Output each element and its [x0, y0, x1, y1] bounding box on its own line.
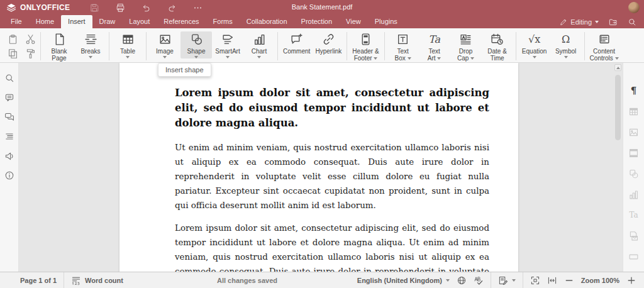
- editing-mode-selector[interactable]: Editing: [560, 18, 599, 26]
- paste-icon[interactable]: [8, 34, 18, 45]
- format-painter-icon[interactable]: [25, 48, 36, 59]
- tab-draw[interactable]: Draw: [92, 15, 123, 28]
- tab-forms[interactable]: Forms: [206, 15, 240, 28]
- chevron-down-icon: [257, 56, 261, 58]
- image-settings-icon[interactable]: [628, 127, 639, 138]
- tab-collaboration[interactable]: Collaboration: [240, 15, 294, 28]
- chart-settings-icon[interactable]: [628, 189, 639, 200]
- onlyoffice-logo-icon: [6, 3, 16, 13]
- document-language-icon[interactable]: [457, 275, 467, 285]
- fit-width-icon[interactable]: [547, 275, 557, 285]
- breaks-button[interactable]: Breaks: [75, 31, 106, 58]
- chevron-down-icon: [533, 56, 536, 58]
- text-art-settings-icon[interactable]: Ta: [629, 210, 638, 221]
- spell-check-icon[interactable]: [474, 275, 484, 285]
- feedback-icon[interactable]: [4, 151, 14, 161]
- tab-references[interactable]: References: [157, 15, 206, 28]
- blank-page-icon: [53, 33, 66, 46]
- comments-icon[interactable]: [4, 92, 14, 102]
- chat-icon[interactable]: [4, 112, 14, 122]
- drop-cap-icon: [459, 33, 472, 46]
- blank-page-button[interactable]: BlankPage: [43, 31, 75, 62]
- zoom-level[interactable]: Zoom 100%: [581, 277, 619, 284]
- tab-home[interactable]: Home: [29, 15, 61, 28]
- chart-icon: [253, 33, 266, 46]
- fit-page-icon[interactable]: [530, 275, 540, 285]
- content-controls-icon: [597, 33, 611, 46]
- paragraph-settings-icon[interactable]: ¶: [631, 86, 637, 96]
- tab-layout[interactable]: Layout: [122, 15, 157, 28]
- search-icon[interactable]: [4, 73, 14, 83]
- tab-view[interactable]: View: [339, 15, 368, 28]
- chart-button[interactable]: Chart: [243, 31, 275, 58]
- save-icon[interactable]: [90, 3, 99, 13]
- cut-icon[interactable]: [25, 34, 36, 45]
- track-changes-display-button[interactable]: [498, 275, 516, 285]
- shape-settings-icon[interactable]: [628, 169, 639, 179]
- text-art-button[interactable]: Ta TextArt: [419, 31, 450, 62]
- text-box-button[interactable]: TextBox: [387, 31, 419, 62]
- shape-button[interactable]: Shape: [180, 31, 212, 58]
- shape-icon: [190, 33, 203, 46]
- tab-insert[interactable]: Insert: [61, 15, 92, 28]
- content-controls-button[interactable]: ContentControls: [587, 31, 621, 62]
- scrollbar-thumb[interactable]: [615, 75, 621, 140]
- header-footer-button[interactable]: Header &Footer: [350, 31, 381, 62]
- symbol-button[interactable]: Ω Symbol: [550, 31, 582, 58]
- right-sidebar: ¶ Ta: [623, 63, 644, 272]
- page-indicator[interactable]: Page 1 of 1: [20, 277, 57, 284]
- date-time-button[interactable]: Date &Time: [482, 31, 513, 62]
- about-icon[interactable]: [4, 170, 14, 180]
- vertical-scrollbar[interactable]: [614, 64, 621, 272]
- tab-plugins[interactable]: Plugins: [368, 15, 404, 28]
- document-paragraph[interactable]: Lorem ipsum dolor sit amet, consectetur …: [175, 221, 489, 272]
- navigation-headings-icon[interactable]: [4, 131, 14, 141]
- open-file-location-icon[interactable]: [609, 18, 618, 26]
- header-footer-icon: [359, 33, 372, 46]
- undo-icon[interactable]: [142, 3, 151, 13]
- mail-merge-icon[interactable]: [628, 231, 639, 241]
- pencil-icon: [560, 18, 567, 26]
- form-settings-icon[interactable]: [628, 252, 639, 262]
- search-icon[interactable]: [628, 18, 636, 26]
- tab-file[interactable]: File: [4, 15, 29, 28]
- chevron-down-icon: [595, 21, 599, 23]
- save-status: All changes saved: [217, 277, 277, 284]
- zoom-in-icon[interactable]: [626, 275, 636, 285]
- breaks-icon: [84, 33, 97, 46]
- image-icon: [158, 33, 172, 46]
- tab-protection[interactable]: Protection: [294, 15, 340, 28]
- equation-button[interactable]: √x Equation: [519, 31, 550, 58]
- more-actions-icon[interactable]: [193, 3, 203, 13]
- smartart-button[interactable]: SmartArt: [212, 31, 243, 58]
- header-footer-settings-icon[interactable]: [628, 148, 639, 158]
- ribbon-tab-bar: File Home Insert Draw Layout References …: [0, 15, 644, 28]
- document-heading[interactable]: Lorem ipsum dolor sit amet, consectetur …: [175, 86, 489, 131]
- language-selector[interactable]: English (United Kingdom): [357, 277, 450, 284]
- table-settings-icon[interactable]: [628, 106, 639, 117]
- drop-cap-button[interactable]: DropCap: [450, 31, 482, 62]
- app-header: ONLYOFFICE Bank Statement.pdf: [0, 0, 644, 15]
- image-button[interactable]: Image: [149, 31, 180, 58]
- clipboard-group: [5, 33, 38, 60]
- redo-icon[interactable]: [167, 3, 177, 13]
- chevron-down-icon: [126, 56, 130, 58]
- equation-icon: √x: [528, 33, 540, 46]
- copy-icon[interactable]: [8, 48, 18, 59]
- print-icon[interactable]: [116, 3, 125, 13]
- word-count-button[interactable]: Word count: [71, 275, 123, 285]
- comment-button[interactable]: Comment: [280, 31, 313, 55]
- status-left: Page 1 of 1 Word count: [20, 272, 123, 288]
- table-button[interactable]: Table: [112, 31, 143, 58]
- chevron-down-icon: [163, 56, 167, 58]
- logo-text: ONLYOFFICE: [20, 3, 70, 12]
- zoom-out-icon[interactable]: [564, 275, 574, 285]
- chevron-down-icon: [564, 56, 568, 58]
- document-page[interactable]: Lorem ipsum dolor sit amet, consectetur …: [119, 63, 518, 272]
- user-avatar[interactable]: [628, 2, 640, 13]
- date-time-icon: [491, 33, 504, 46]
- scroll-up-button[interactable]: [614, 64, 621, 71]
- insert-shape-tooltip: Insert shape: [158, 63, 211, 77]
- document-paragraph[interactable]: Ut enim ad minim veniam, quis nostrud ex…: [175, 140, 489, 213]
- hyperlink-button[interactable]: Hyperlink: [313, 31, 344, 55]
